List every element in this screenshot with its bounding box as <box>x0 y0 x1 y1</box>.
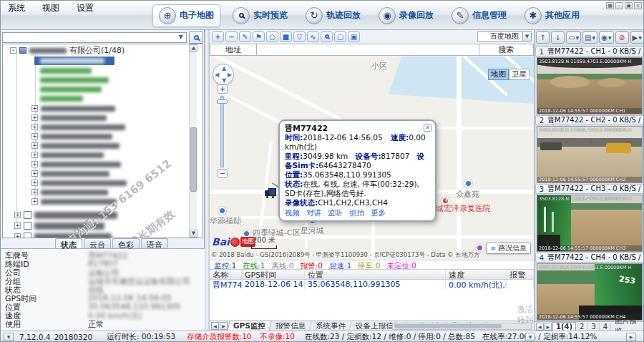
draw-polygon-button[interactable]: ▽ <box>293 31 306 42</box>
collapse-panel-icon[interactable]: ▼ <box>525 333 535 341</box>
map-zoom-handle[interactable] <box>217 99 228 104</box>
tree-item[interactable]: + <box>31 142 119 150</box>
address-search-button[interactable]: 搜索 <box>479 44 534 56</box>
chevron-down-icon[interactable]: ▼ <box>522 31 532 41</box>
popup-close-icon[interactable]: ✕ <box>424 124 431 132</box>
play-all-button[interactable]: ▶▼ <box>630 31 644 44</box>
expand-icon[interactable]: + <box>31 198 38 205</box>
tab-alarm-info[interactable]: 报警信息 <box>270 321 311 331</box>
status-dropdown-icon[interactable]: ▼ <box>4 333 14 341</box>
chevron-down-icon[interactable]: ▼ <box>575 35 579 40</box>
search-button[interactable] <box>189 31 203 44</box>
tree-item-checkbox[interactable]: + <box>14 211 117 219</box>
scroll-up-icon[interactable]: ▲ <box>190 44 197 52</box>
chevron-down-icon[interactable]: ▼ <box>592 35 596 40</box>
expand-icon[interactable]: + <box>31 170 38 177</box>
expand-icon[interactable]: + <box>31 114 38 121</box>
vehicle-tree[interactable]: - 有限公司(1/48) + + + + + + + + + + + + + <box>2 44 203 238</box>
tree-root-node[interactable]: - 有限公司(1/48) <box>10 47 125 54</box>
map-zoom-in-button[interactable]: + <box>218 84 228 94</box>
video-item-header[interactable]: 1 晋M77422 - CH1 - 0 KB/S / 120 KB <box>535 47 644 57</box>
video-item-header[interactable]: 2 晋M77422 - CH2 - 0 KB/S / 37 KB <box>535 115 644 125</box>
tab-page-3[interactable]: 3 <box>588 323 599 331</box>
expand-icon[interactable]: + <box>14 223 21 229</box>
tree-item[interactable]: + <box>31 170 109 177</box>
draw-rect-button[interactable]: ■ <box>280 31 292 42</box>
tab-scroll-left-icon[interactable]: ◀ <box>211 322 219 330</box>
vehicle-marker[interactable] <box>265 188 276 197</box>
zoom-select-button[interactable] <box>321 31 333 42</box>
tab-ptz[interactable]: 云台 <box>84 238 111 248</box>
collapse-icon[interactable]: - <box>10 47 16 54</box>
listen-link[interactable]: 监听 <box>328 208 343 218</box>
tree-item-checkbox[interactable]: + <box>14 233 112 238</box>
video-item-header[interactable]: 3 晋M77422 - CH3 - 0 KB/S / 57 KB <box>535 184 644 194</box>
pan-down-icon[interactable]: ▼ <box>222 77 226 84</box>
map-canvas[interactable]: 小区 西建天茂城 众鑫苑 华源福邸 四季绿城-C区 星河城 运城宏泽康复医院 ▲… <box>210 57 534 259</box>
tab-system-events[interactable]: 系统事件 <box>310 321 351 331</box>
expand-icon[interactable]: + <box>31 152 38 158</box>
chevron-down-icon[interactable]: ▼ <box>638 35 642 40</box>
expand-icon[interactable]: + <box>31 142 38 149</box>
expand-icon[interactable]: + <box>14 212 21 218</box>
table-row[interactable]: 晋M77422 2018-12-06 14:56:05 35.063548,11… <box>210 280 534 289</box>
expand-panel-icon[interactable]: ▶ <box>626 333 636 341</box>
video-link[interactable]: 视频 <box>285 208 300 218</box>
col-speed[interactable]: 速度 <box>446 270 507 279</box>
tab-scroll-right-icon[interactable]: ▶ <box>220 322 228 330</box>
pan-right-icon[interactable]: ▶ <box>228 72 232 78</box>
menu-system[interactable]: 系统 <box>8 2 25 14</box>
expand-icon[interactable]: + <box>14 233 21 238</box>
tab-scroll-left-icon[interactable]: ◀ <box>536 323 544 331</box>
draw-polyline-button[interactable]: ∿ <box>307 31 319 42</box>
col-position[interactable]: 位置 <box>305 270 446 279</box>
tab-page-2[interactable]: 2 <box>577 323 587 331</box>
page-up-button[interactable]: ↑ <box>536 31 550 44</box>
nav-live-preview[interactable]: 实时预览 <box>227 5 293 26</box>
video-thumbnail-ch2[interactable]: 3503.8128.N.11059.4703.E.00000KM-H 2018-… <box>537 126 643 183</box>
chevron-down-icon[interactable]: ▼ <box>176 34 185 41</box>
tree-item[interactable]: + <box>31 123 125 131</box>
chevron-down-icon[interactable]: ▼ <box>608 35 612 40</box>
nav-video-replay[interactable]: ◉ 录像回放 <box>373 5 439 26</box>
satellite-view-button[interactable]: 卫星 <box>509 69 530 80</box>
pan-up-icon[interactable]: ▲ <box>222 65 226 72</box>
checkbox-icon[interactable] <box>24 211 31 219</box>
screen-layout-button[interactable]: ▭▼ <box>566 31 581 44</box>
checkbox-icon[interactable] <box>24 222 31 230</box>
address-input[interactable] <box>257 44 479 56</box>
marker-button[interactable]: ⚑ <box>253 31 265 42</box>
pan-left-icon[interactable]: ◀ <box>215 72 219 78</box>
tree-item[interactable]: + <box>31 197 117 205</box>
more-link[interactable]: 更多 <box>371 208 386 218</box>
tree-item[interactable]: + <box>31 104 115 112</box>
tree-item[interactable]: + <box>31 132 112 140</box>
mute-button[interactable]: ⊘ <box>615 31 629 44</box>
map-provider-select[interactable]: 百度地图 ▼ <box>477 31 532 41</box>
expand-icon[interactable]: + <box>31 105 38 112</box>
tree-item[interactable] <box>40 67 92 74</box>
scrollbar-thumb[interactable] <box>394 324 502 328</box>
nav-track-replay[interactable]: ↻ 轨迹回放 <box>300 5 366 26</box>
video-item-header[interactable]: 4 晋M77422 - CH4 - 0 KB/S / 110 KB <box>535 253 644 263</box>
video-thumbnail-ch4[interactable]: 253 3503.8128.N.11059.4703.E.00000KM-H 2… <box>537 263 643 321</box>
checkbox-icon[interactable] <box>24 233 31 238</box>
video-thumbnail-ch3[interactable]: 3503.8128.N.11059.4703.E.00000KM-H 2018-… <box>537 195 643 252</box>
nav-other-apps[interactable]: ✱ 其他应用 <box>519 5 585 26</box>
scroll-down-icon[interactable]: ▼ <box>190 230 197 238</box>
tree-scrollbar[interactable]: ▲ ▼ <box>189 44 197 238</box>
tree-item-checkbox[interactable]: + <box>14 222 104 230</box>
tree-item[interactable]: + <box>31 114 107 122</box>
tab-color[interactable]: 色彩 <box>112 238 140 248</box>
page-down-button[interactable]: ↓ <box>551 31 565 44</box>
map-view-button[interactable]: 地图 <box>488 69 509 80</box>
tree-item-selected[interactable] <box>34 57 114 65</box>
tab-page-4[interactable]: 4 <box>600 323 611 331</box>
tab-voice[interactable]: 语音 <box>141 238 168 248</box>
col-alarm[interactable]: 报警 <box>507 270 534 279</box>
measure-button[interactable]: ✎ <box>239 31 251 42</box>
tab-gps-monitor[interactable]: GPS监控 <box>227 321 272 331</box>
map-zoom-slider[interactable] <box>220 96 224 167</box>
close-icon[interactable]: × <box>634 2 642 9</box>
tree-item[interactable]: + <box>31 160 121 168</box>
